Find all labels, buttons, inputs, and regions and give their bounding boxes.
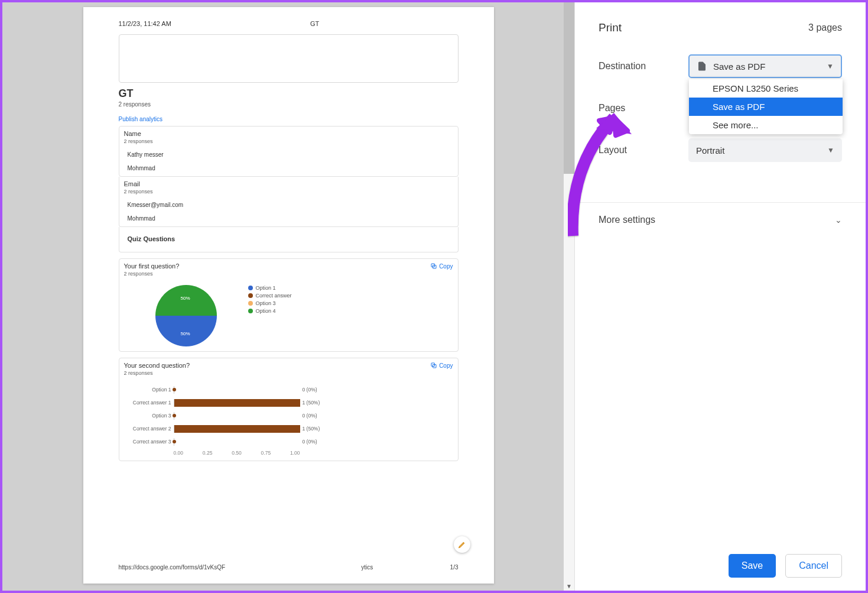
- destination-option-epson[interactable]: EPSON L3250 Series: [689, 79, 843, 98]
- document-icon: [697, 61, 707, 72]
- axis-tick: 1.00: [290, 450, 300, 456]
- scrollbar-thumb[interactable]: [564, 2, 574, 174]
- pages-label: Pages: [599, 103, 699, 114]
- doc-title: GT: [119, 88, 459, 100]
- q2-sub: 2 responses: [124, 370, 453, 376]
- copy-label: Copy: [439, 263, 453, 270]
- header-image-placeholder: [119, 34, 459, 83]
- bar-value: 1 (50%): [303, 426, 320, 432]
- name-label: Name: [124, 130, 453, 137]
- quiz-questions-label: Quiz Questions: [124, 231, 453, 247]
- bar-category: Correct answer 3: [124, 439, 174, 445]
- q1-title: Your first question?: [124, 263, 180, 270]
- preview-scrollbar[interactable]: ▲ ▼: [564, 2, 574, 591]
- cancel-button[interactable]: Cancel: [785, 554, 842, 578]
- layout-label: Layout: [599, 145, 688, 155]
- bar-value: 0 (0%): [303, 439, 317, 445]
- destination-option-pdf[interactable]: Save as PDF: [689, 98, 843, 116]
- bar-category: Option 1: [124, 387, 174, 393]
- pie-slice-label: 50%: [181, 296, 190, 301]
- footer-suffix: ytics: [361, 564, 373, 571]
- bar-value: 0 (0%): [303, 413, 317, 419]
- axis-tick: 0.50: [232, 450, 242, 456]
- bar-category: Correct answer 1: [124, 400, 174, 406]
- name-response: Mohmmad: [128, 165, 453, 171]
- doc-timestamp: 11/2/23, 11:42 AM: [119, 20, 171, 27]
- publish-analytics-link[interactable]: Publish analytics: [119, 116, 459, 122]
- destination-label: Destination: [599, 61, 688, 72]
- destination-value: Save as PDF: [713, 61, 827, 72]
- name-response: Kathy messer: [128, 151, 453, 158]
- name-sub: 2 responses: [124, 138, 453, 144]
- axis-tick: 0.25: [203, 450, 213, 456]
- more-settings-toggle[interactable]: More settings ⌄: [575, 202, 866, 237]
- copy-button[interactable]: Copy: [430, 263, 453, 270]
- bar-value: 0 (0%): [303, 387, 317, 393]
- email-response: Mohmmad: [128, 215, 453, 222]
- scroll-down-icon: ▼: [566, 583, 572, 589]
- email-response: Kmesser@ymail.com: [128, 202, 453, 208]
- legend-label: Option 1: [256, 285, 276, 291]
- legend-label: Option 3: [256, 300, 276, 306]
- layout-select[interactable]: Portrait ▼: [688, 138, 842, 162]
- pencil-icon: [458, 540, 466, 549]
- legend-label: Option 4: [256, 308, 276, 314]
- page-indicator: 1/3: [450, 564, 459, 571]
- destination-option-more[interactable]: See more...: [689, 116, 843, 134]
- bar-chart: Option 10 (0%) Correct answer 11 (50%) O…: [124, 383, 453, 456]
- pie-chart: 50% 50%: [124, 285, 248, 346]
- q2-title: Your second question?: [124, 362, 190, 369]
- destination-dropdown: EPSON L3250 Series Save as PDF See more.…: [689, 79, 843, 134]
- bar-category: Option 3: [124, 413, 174, 419]
- doc-header-title: GT: [310, 20, 319, 27]
- footer-url: https://docs.google.com/forms/d/1vKsQF: [119, 564, 226, 571]
- bar-category: Correct answer 2: [124, 426, 174, 432]
- bar-value: 1 (50%): [303, 400, 320, 406]
- print-title: Print: [599, 21, 622, 34]
- q1-sub: 2 responses: [124, 271, 453, 277]
- axis-tick: 0.00: [174, 450, 184, 456]
- copy-icon: [430, 263, 437, 270]
- copy-icon: [430, 362, 437, 369]
- chevron-down-icon: ⌄: [835, 215, 842, 225]
- pie-legend: Option 1 Correct answer Option 3 Option …: [248, 285, 292, 346]
- copy-button[interactable]: Copy: [430, 362, 453, 369]
- preview-page: 11/2/23, 11:42 AM GT GT 2 responses Publ…: [83, 7, 494, 584]
- response-count: 2 responses: [119, 101, 459, 108]
- chevron-down-icon: ▼: [827, 62, 834, 70]
- edit-fab-button[interactable]: [454, 536, 470, 553]
- copy-label: Copy: [439, 362, 453, 369]
- email-label: Email: [124, 180, 453, 187]
- destination-select[interactable]: Save as PDF ▼ EPSON L3250 Series Save as…: [688, 54, 842, 78]
- axis-tick: 0.75: [261, 450, 271, 456]
- layout-value: Portrait: [696, 145, 827, 155]
- legend-label: Correct answer: [256, 293, 292, 299]
- page-count: 3 pages: [808, 22, 842, 33]
- chevron-down-icon: ▼: [827, 146, 834, 154]
- email-sub: 2 responses: [124, 189, 453, 195]
- more-settings-label: More settings: [599, 215, 655, 225]
- save-button[interactable]: Save: [729, 554, 776, 578]
- print-preview-area: 11/2/23, 11:42 AM GT GT 2 responses Publ…: [2, 2, 574, 591]
- print-settings-panel: Print 3 pages Destination Save as PDF ▼ …: [574, 2, 866, 591]
- pie-slice-label: 50%: [181, 331, 190, 336]
